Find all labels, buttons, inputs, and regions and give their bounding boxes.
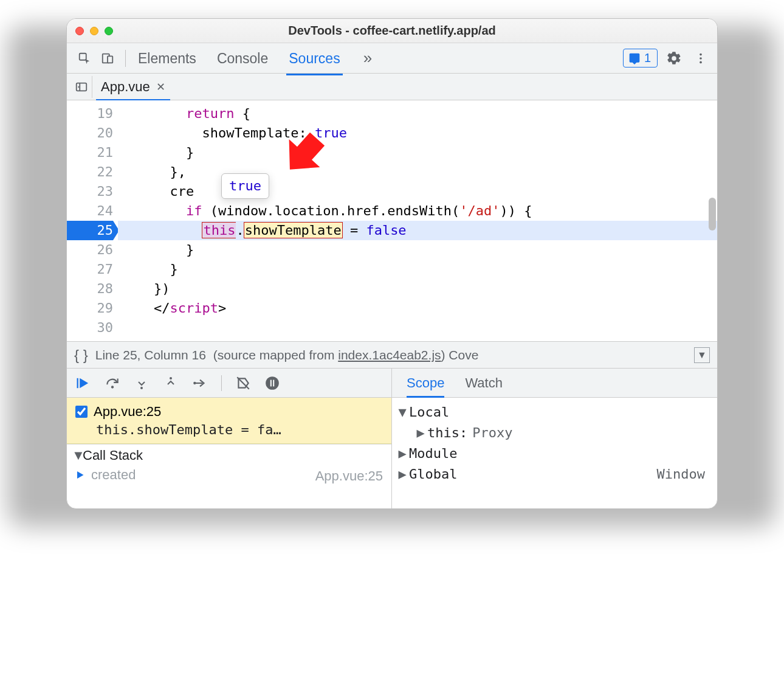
scope-local[interactable]: ▼Local bbox=[398, 401, 711, 422]
scope-module[interactable]: ▶Module bbox=[398, 443, 711, 463]
code-area[interactable]: return { showTemplate: true } }, cre { i… bbox=[118, 100, 717, 341]
svg-point-10 bbox=[170, 377, 172, 379]
code-line: showTemplate: true bbox=[118, 123, 717, 143]
vertical-scrollbar[interactable] bbox=[709, 198, 716, 230]
code-editor[interactable]: 19 20 21 22 23 24 25 26 27 28 29 30 retu… bbox=[67, 100, 717, 342]
callstack-frame[interactable]: created App.vue:25 bbox=[67, 466, 391, 484]
debugger-right-pane: Scope Watch ▼Local ▶this:Proxy ▶Module ▶… bbox=[392, 369, 717, 508]
code-line: } bbox=[118, 240, 717, 260]
close-file-tab-icon[interactable]: ✕ bbox=[156, 80, 165, 94]
file-tab-label: App.vue bbox=[101, 79, 150, 95]
scope-global[interactable]: ▶Global Window bbox=[398, 463, 711, 484]
debugger-controls bbox=[67, 369, 391, 398]
tab-sources[interactable]: Sources bbox=[286, 44, 342, 72]
line-number[interactable]: 26 bbox=[67, 240, 113, 260]
line-number[interactable]: 30 bbox=[67, 318, 113, 338]
tab-elements[interactable]: Elements bbox=[136, 44, 199, 72]
breakpoint-checkbox[interactable] bbox=[75, 406, 88, 418]
navigator-toggle-icon[interactable] bbox=[70, 76, 92, 98]
panel-tabs: Elements Console Sources » bbox=[136, 44, 623, 72]
debugger-panel: App.vue:25 this.showTemplate = fa… ▼Call… bbox=[67, 369, 717, 508]
svg-point-4 bbox=[700, 57, 702, 60]
devtools-toolbar: Elements Console Sources » 1 bbox=[67, 43, 717, 74]
more-panels-icon[interactable]: » bbox=[359, 49, 377, 68]
code-line: return { bbox=[118, 104, 717, 123]
code-line: } bbox=[118, 143, 717, 162]
line-number[interactable]: 29 bbox=[67, 299, 113, 318]
debugger-separator bbox=[221, 375, 222, 391]
issues-badge[interactable]: 1 bbox=[623, 49, 658, 68]
editor-status-bar: { } Line 25, Column 16 (source mapped fr… bbox=[67, 342, 717, 369]
pause-on-exceptions-icon[interactable] bbox=[262, 373, 283, 393]
tab-watch[interactable]: Watch bbox=[465, 369, 503, 397]
expand-statusbar-icon[interactable]: ▼ bbox=[694, 347, 710, 363]
line-number[interactable]: 23 bbox=[67, 182, 113, 201]
debugger-left-pane: App.vue:25 this.showTemplate = fa… ▼Call… bbox=[67, 369, 392, 508]
line-number[interactable]: 21 bbox=[67, 143, 113, 162]
breakpoint-location: App.vue:25 bbox=[94, 404, 161, 420]
kebab-menu-icon[interactable] bbox=[690, 48, 711, 69]
zoom-window-button[interactable] bbox=[105, 27, 113, 35]
scope-tree[interactable]: ▼Local ▶this:Proxy ▶Module ▶Global Windo… bbox=[392, 398, 717, 508]
hovered-property[interactable]: showTemplate bbox=[244, 223, 342, 238]
step-into-icon[interactable] bbox=[131, 373, 152, 393]
tab-scope[interactable]: Scope bbox=[407, 369, 444, 397]
breakpoint-item[interactable]: App.vue:25 this.showTemplate = fa… bbox=[67, 398, 391, 444]
svg-point-11 bbox=[193, 381, 196, 384]
svg-point-3 bbox=[700, 53, 702, 55]
svg-rect-14 bbox=[273, 379, 274, 386]
toolbar-separator bbox=[125, 50, 126, 67]
frame-name: created bbox=[91, 467, 136, 483]
code-line bbox=[118, 318, 717, 338]
file-tab-app-vue[interactable]: App.vue ✕ bbox=[92, 74, 174, 100]
step-over-icon[interactable] bbox=[102, 373, 123, 393]
svg-point-5 bbox=[700, 61, 702, 63]
code-line: cre { bbox=[118, 182, 717, 201]
minimize-window-button[interactable] bbox=[90, 27, 98, 35]
value-tooltip: true bbox=[221, 173, 269, 199]
code-line-paused: this.showTemplate = false bbox=[118, 221, 717, 240]
code-line: }) bbox=[118, 279, 717, 299]
source-map-info: (source mapped from index.1ac4eab2.js) C… bbox=[213, 348, 479, 362]
settings-icon[interactable] bbox=[664, 48, 684, 69]
scope-watch-tabs: Scope Watch bbox=[392, 369, 717, 398]
close-window-button[interactable] bbox=[75, 27, 84, 35]
svg-rect-7 bbox=[77, 378, 78, 387]
step-icon[interactable] bbox=[190, 373, 210, 393]
resume-icon[interactable] bbox=[73, 373, 94, 393]
devtools-window: DevTools - coffee-cart.netlify.app/ad bbox=[66, 18, 718, 509]
traffic-lights bbox=[67, 27, 113, 35]
line-number[interactable]: 24 bbox=[67, 201, 113, 221]
line-number[interactable]: 27 bbox=[67, 260, 113, 279]
line-number[interactable]: 28 bbox=[67, 279, 113, 299]
this-token[interactable]: this bbox=[202, 222, 236, 238]
issues-count: 1 bbox=[644, 51, 651, 65]
step-out-icon[interactable] bbox=[160, 373, 181, 393]
tab-console[interactable]: Console bbox=[215, 44, 270, 72]
inspect-element-icon[interactable] bbox=[74, 48, 95, 69]
line-number[interactable]: 22 bbox=[67, 162, 113, 182]
breakpoint-preview: this.showTemplate = fa… bbox=[75, 420, 383, 437]
file-tab-strip: App.vue ✕ bbox=[67, 74, 717, 100]
scope-this[interactable]: ▶this:Proxy bbox=[398, 422, 711, 443]
line-number[interactable]: 20 bbox=[67, 123, 113, 143]
mapped-file-link[interactable]: index.1ac4eab2.js bbox=[338, 348, 441, 362]
cursor-position: Line 25, Column 16 bbox=[95, 348, 206, 362]
current-frame-icon bbox=[75, 469, 86, 480]
svg-rect-2 bbox=[108, 56, 112, 63]
svg-rect-13 bbox=[270, 379, 272, 386]
deactivate-breakpoints-icon[interactable] bbox=[233, 373, 253, 393]
pretty-print-icon[interactable]: { } bbox=[74, 347, 88, 364]
svg-point-8 bbox=[111, 386, 114, 388]
code-line: } bbox=[118, 260, 717, 279]
svg-point-12 bbox=[266, 376, 279, 390]
line-number[interactable]: 19 bbox=[67, 104, 113, 123]
window-title: DevTools - coffee-cart.netlify.app/ad bbox=[67, 24, 717, 38]
svg-rect-6 bbox=[76, 83, 86, 91]
frame-source: App.vue:25 bbox=[315, 468, 383, 482]
line-number-current[interactable]: 25 bbox=[67, 221, 113, 240]
callstack-header[interactable]: ▼Call Stack bbox=[67, 444, 391, 466]
line-gutter[interactable]: 19 20 21 22 23 24 25 26 27 28 29 30 bbox=[67, 100, 118, 341]
svg-point-9 bbox=[140, 387, 143, 389]
device-toolbar-icon[interactable] bbox=[97, 48, 118, 69]
